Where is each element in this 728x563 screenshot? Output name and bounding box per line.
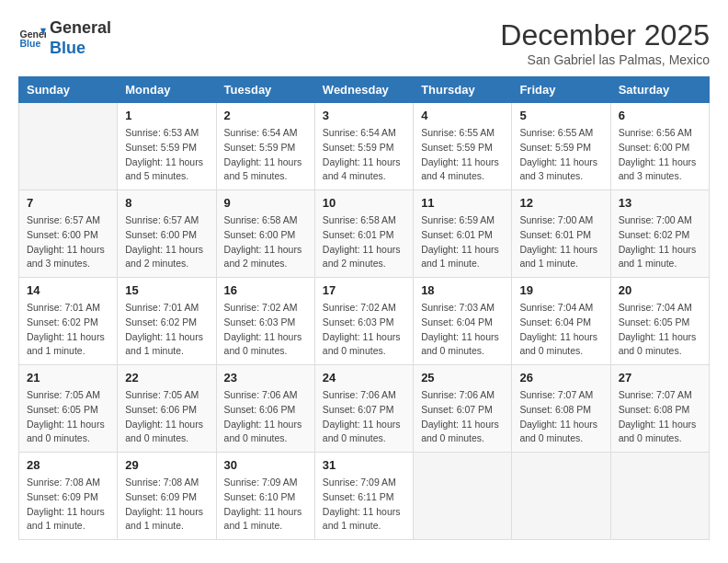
day-info: Sunrise: 6:53 AMSunset: 5:59 PMDaylight:… xyxy=(125,126,208,184)
day-info: Sunrise: 7:06 AMSunset: 6:06 PMDaylight:… xyxy=(224,388,307,446)
day-info: Sunrise: 7:02 AMSunset: 6:03 PMDaylight:… xyxy=(323,301,405,359)
day-info: Sunrise: 7:01 AMSunset: 6:02 PMDaylight:… xyxy=(125,301,208,359)
day-number: 14 xyxy=(27,283,109,297)
calendar-cell: 9Sunrise: 6:58 AMSunset: 6:00 PMDaylight… xyxy=(216,190,314,278)
day-number: 4 xyxy=(421,109,504,122)
day-number: 8 xyxy=(125,196,208,210)
day-info: Sunrise: 6:55 AMSunset: 5:59 PMDaylight:… xyxy=(421,126,504,184)
day-number: 3 xyxy=(323,109,405,122)
header-tuesday: Tuesday xyxy=(216,77,314,103)
calendar-header-row: Sunday Monday Tuesday Wednesday Thursday… xyxy=(19,77,710,103)
day-number: 9 xyxy=(224,196,307,210)
title-block: December 2025 San Gabriel las Palmas, Me… xyxy=(500,18,710,67)
day-info: Sunrise: 7:04 AMSunset: 6:05 PMDaylight:… xyxy=(619,301,701,359)
calendar-cell: 4Sunrise: 6:55 AMSunset: 5:59 PMDaylight… xyxy=(414,103,512,190)
calendar-cell: 3Sunrise: 6:54 AMSunset: 5:59 PMDaylight… xyxy=(314,103,413,190)
day-number: 2 xyxy=(224,109,307,122)
day-info: Sunrise: 6:58 AMSunset: 6:01 PMDaylight:… xyxy=(323,213,405,271)
header-wednesday: Wednesday xyxy=(314,77,413,103)
day-info: Sunrise: 7:03 AMSunset: 6:04 PMDaylight:… xyxy=(421,301,504,359)
calendar-cell: 31Sunrise: 7:09 AMSunset: 6:11 PMDayligh… xyxy=(314,453,413,540)
day-number: 27 xyxy=(619,371,701,385)
day-number: 21 xyxy=(27,371,109,385)
calendar-cell: 22Sunrise: 7:05 AMSunset: 6:06 PMDayligh… xyxy=(118,365,216,453)
day-info: Sunrise: 7:05 AMSunset: 6:05 PMDaylight:… xyxy=(27,388,109,446)
day-number: 29 xyxy=(125,458,208,472)
day-number: 25 xyxy=(421,371,504,385)
day-info: Sunrise: 7:09 AMSunset: 6:11 PMDaylight:… xyxy=(323,476,405,534)
day-number: 23 xyxy=(224,371,307,385)
day-number: 7 xyxy=(27,196,109,210)
day-info: Sunrise: 7:00 AMSunset: 6:01 PMDaylight:… xyxy=(519,213,602,271)
calendar-cell: 20Sunrise: 7:04 AMSunset: 6:05 PMDayligh… xyxy=(610,278,709,365)
calendar-week-2: 7Sunrise: 6:57 AMSunset: 6:00 PMDaylight… xyxy=(19,190,710,278)
day-number: 17 xyxy=(323,283,405,297)
day-info: Sunrise: 6:58 AMSunset: 6:00 PMDaylight:… xyxy=(224,213,307,271)
header-monday: Monday xyxy=(118,77,216,103)
calendar-cell: 12Sunrise: 7:00 AMSunset: 6:01 PMDayligh… xyxy=(512,190,610,278)
day-info: Sunrise: 7:06 AMSunset: 6:07 PMDaylight:… xyxy=(421,388,504,446)
calendar-week-5: 28Sunrise: 7:08 AMSunset: 6:09 PMDayligh… xyxy=(19,453,710,540)
calendar-cell: 26Sunrise: 7:07 AMSunset: 6:08 PMDayligh… xyxy=(512,365,610,453)
day-number: 26 xyxy=(519,371,602,385)
day-info: Sunrise: 7:07 AMSunset: 6:08 PMDaylight:… xyxy=(519,388,602,446)
day-info: Sunrise: 7:08 AMSunset: 6:09 PMDaylight:… xyxy=(125,476,208,534)
day-info: Sunrise: 6:55 AMSunset: 5:59 PMDaylight:… xyxy=(519,126,602,184)
calendar-cell: 21Sunrise: 7:05 AMSunset: 6:05 PMDayligh… xyxy=(19,365,118,453)
day-info: Sunrise: 6:54 AMSunset: 5:59 PMDaylight:… xyxy=(224,126,307,184)
day-number: 31 xyxy=(323,458,405,472)
calendar-cell: 11Sunrise: 6:59 AMSunset: 6:01 PMDayligh… xyxy=(414,190,512,278)
calendar-cell xyxy=(610,453,709,540)
logo-icon: General Blue xyxy=(18,25,46,52)
day-number: 18 xyxy=(421,283,504,297)
day-number: 22 xyxy=(125,371,208,385)
calendar-week-3: 14Sunrise: 7:01 AMSunset: 6:02 PMDayligh… xyxy=(19,278,710,365)
calendar-cell: 19Sunrise: 7:04 AMSunset: 6:04 PMDayligh… xyxy=(512,278,610,365)
day-number: 19 xyxy=(519,283,602,297)
calendar-cell: 14Sunrise: 7:01 AMSunset: 6:02 PMDayligh… xyxy=(19,278,118,365)
day-number: 11 xyxy=(421,196,504,210)
calendar-cell: 17Sunrise: 7:02 AMSunset: 6:03 PMDayligh… xyxy=(314,278,413,365)
day-number: 20 xyxy=(619,283,701,297)
calendar-cell: 8Sunrise: 6:57 AMSunset: 6:00 PMDaylight… xyxy=(118,190,216,278)
day-info: Sunrise: 7:01 AMSunset: 6:02 PMDaylight:… xyxy=(27,301,109,359)
header-friday: Friday xyxy=(512,77,610,103)
day-info: Sunrise: 7:00 AMSunset: 6:02 PMDaylight:… xyxy=(619,213,701,271)
logo-line1: General xyxy=(50,18,111,39)
location-subtitle: San Gabriel las Palmas, Mexico xyxy=(500,52,710,67)
calendar-cell xyxy=(19,103,118,190)
header-sunday: Sunday xyxy=(19,77,118,103)
calendar-cell: 6Sunrise: 6:56 AMSunset: 6:00 PMDaylight… xyxy=(610,103,709,190)
day-number: 16 xyxy=(224,283,307,297)
day-info: Sunrise: 7:05 AMSunset: 6:06 PMDaylight:… xyxy=(125,388,208,446)
calendar-cell: 23Sunrise: 7:06 AMSunset: 6:06 PMDayligh… xyxy=(216,365,314,453)
header-saturday: Saturday xyxy=(610,77,709,103)
calendar-cell: 1Sunrise: 6:53 AMSunset: 5:59 PMDaylight… xyxy=(118,103,216,190)
svg-text:Blue: Blue xyxy=(20,38,41,49)
calendar-cell: 24Sunrise: 7:06 AMSunset: 6:07 PMDayligh… xyxy=(314,365,413,453)
page-header: General Blue General Blue December 2025 … xyxy=(18,18,710,67)
calendar-cell: 18Sunrise: 7:03 AMSunset: 6:04 PMDayligh… xyxy=(414,278,512,365)
calendar-cell xyxy=(512,453,610,540)
logo-line2: Blue xyxy=(50,39,111,59)
calendar-cell: 28Sunrise: 7:08 AMSunset: 6:09 PMDayligh… xyxy=(19,453,118,540)
header-thursday: Thursday xyxy=(414,77,512,103)
day-number: 15 xyxy=(125,283,208,297)
calendar-cell: 25Sunrise: 7:06 AMSunset: 6:07 PMDayligh… xyxy=(414,365,512,453)
calendar-cell: 29Sunrise: 7:08 AMSunset: 6:09 PMDayligh… xyxy=(118,453,216,540)
day-info: Sunrise: 7:09 AMSunset: 6:10 PMDaylight:… xyxy=(224,476,307,534)
day-number: 6 xyxy=(619,109,701,122)
day-info: Sunrise: 7:02 AMSunset: 6:03 PMDaylight:… xyxy=(224,301,307,359)
day-number: 1 xyxy=(125,109,208,122)
calendar-cell: 15Sunrise: 7:01 AMSunset: 6:02 PMDayligh… xyxy=(118,278,216,365)
day-info: Sunrise: 6:54 AMSunset: 5:59 PMDaylight:… xyxy=(323,126,405,184)
calendar-cell: 2Sunrise: 6:54 AMSunset: 5:59 PMDaylight… xyxy=(216,103,314,190)
calendar-week-4: 21Sunrise: 7:05 AMSunset: 6:05 PMDayligh… xyxy=(19,365,710,453)
calendar-cell: 5Sunrise: 6:55 AMSunset: 5:59 PMDaylight… xyxy=(512,103,610,190)
calendar-cell: 27Sunrise: 7:07 AMSunset: 6:08 PMDayligh… xyxy=(610,365,709,453)
day-info: Sunrise: 7:07 AMSunset: 6:08 PMDaylight:… xyxy=(619,388,701,446)
day-info: Sunrise: 7:04 AMSunset: 6:04 PMDaylight:… xyxy=(519,301,602,359)
day-info: Sunrise: 6:56 AMSunset: 6:00 PMDaylight:… xyxy=(619,126,701,184)
logo: General Blue General Blue xyxy=(18,18,111,58)
calendar-cell: 30Sunrise: 7:09 AMSunset: 6:10 PMDayligh… xyxy=(216,453,314,540)
